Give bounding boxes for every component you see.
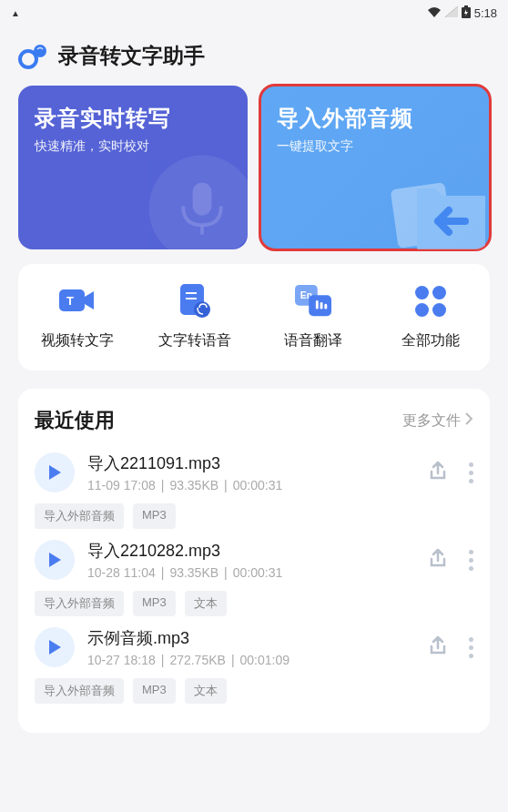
play-icon [47,639,62,655]
feature-label: 全部功能 [401,331,460,350]
feature-text-speech[interactable]: 文字转语音 [137,284,255,350]
app-title: 录音转文字助手 [58,42,205,70]
folder-import-icon [385,172,490,249]
file-tag: 导入外部音频 [35,591,124,616]
file-tag: 导入外部音频 [35,678,124,704]
feature-label: 文字转语音 [158,331,231,350]
microphone-icon [143,149,248,249]
card-title: 录音实时转写 [35,104,231,133]
svg-rect-19 [324,304,327,310]
file-tag: MP3 [133,591,176,616]
share-button[interactable] [427,547,449,573]
chevron-right-icon [464,411,473,430]
more-files-link[interactable]: 更多文件 [402,411,473,431]
play-icon [47,464,62,481]
status-bar: ▲ 5:18 [0,0,508,25]
file-tag: 文本 [185,591,227,616]
play-icon [47,552,62,568]
recent-section: 最近使用 更多文件 导入2211091.mp3 11-09 17:08|93.3… [18,389,490,733]
feature-label: 语音翻译 [284,331,342,350]
share-button[interactable] [427,460,449,485]
svg-text:T: T [66,294,74,308]
file-name: 示例音频.mp3 [87,627,414,649]
battery-icon [462,5,471,21]
file-tag: MP3 [133,503,176,529]
file-tag: 导入外部音频 [35,503,124,529]
realtime-transcribe-card[interactable]: 录音实时转写 快速精准，实时校对 [18,86,248,249]
recent-title: 最近使用 [35,407,115,434]
more-files-label: 更多文件 [402,411,461,431]
all-features-icon [412,284,449,319]
file-name: 导入2210282.mp3 [87,540,414,562]
file-meta: 10-28 11:04|93.35KB|00:00:31 [87,565,414,580]
file-tags: 导入外部音频MP3 [35,503,473,529]
file-meta: 10-27 18:18|272.75KB|00:01:09 [87,653,414,667]
more-options-button[interactable] [469,462,473,483]
play-button[interactable] [35,627,75,667]
svg-rect-17 [316,300,319,310]
file-tags: 导入外部音频MP3文本 [35,591,473,616]
feature-video-text[interactable]: T 视频转文字 [18,284,137,350]
file-meta: 11-09 17:08|93.35KB|00:00:31 [87,478,414,492]
play-button[interactable] [35,540,75,580]
signal-icon [445,6,458,20]
more-options-button[interactable] [469,550,473,571]
file-item[interactable]: 导入2210282.mp3 10-28 11:04|93.35KB|00:00:… [35,540,473,616]
file-item[interactable]: 导入2211091.mp3 11-09 17:08|93.35KB|00:00:… [35,452,473,529]
feature-voice-translate[interactable]: En 语音翻译 [254,284,372,350]
feature-label: 视频转文字 [41,331,114,350]
app-header: 录音转文字助手 [0,25,508,82]
file-item[interactable]: 示例音频.mp3 10-27 18:18|272.75KB|00:01:09 导… [35,627,473,704]
text-speech-icon [177,284,213,319]
play-button[interactable] [35,452,75,492]
card-title: 导入外部音频 [277,104,473,133]
status-time: 5:18 [474,6,497,20]
file-tags: 导入外部音频MP3文本 [35,678,473,704]
file-tag: MP3 [133,678,176,704]
video-text-icon: T [59,284,96,319]
svg-point-2 [20,51,36,67]
app-logo-icon [18,40,49,71]
card-subtitle: 一键提取文字 [277,138,473,155]
svg-rect-1 [464,5,468,7]
feature-all[interactable]: 全部功能 [372,284,491,350]
more-options-button[interactable] [469,637,473,658]
wifi-icon [427,6,442,20]
share-button[interactable] [427,634,449,660]
features-row: T 视频转文字 文字转语音 En 语音翻译 全部功能 [18,264,490,370]
svg-rect-5 [193,182,212,215]
import-audio-card[interactable]: 导入外部音频 一键提取文字 [260,86,490,249]
status-indicator: ▲ [11,8,20,18]
svg-rect-18 [320,302,322,310]
file-tag: 文本 [185,678,227,704]
voice-translate-icon: En [295,284,331,319]
file-name: 导入2211091.mp3 [87,452,414,474]
